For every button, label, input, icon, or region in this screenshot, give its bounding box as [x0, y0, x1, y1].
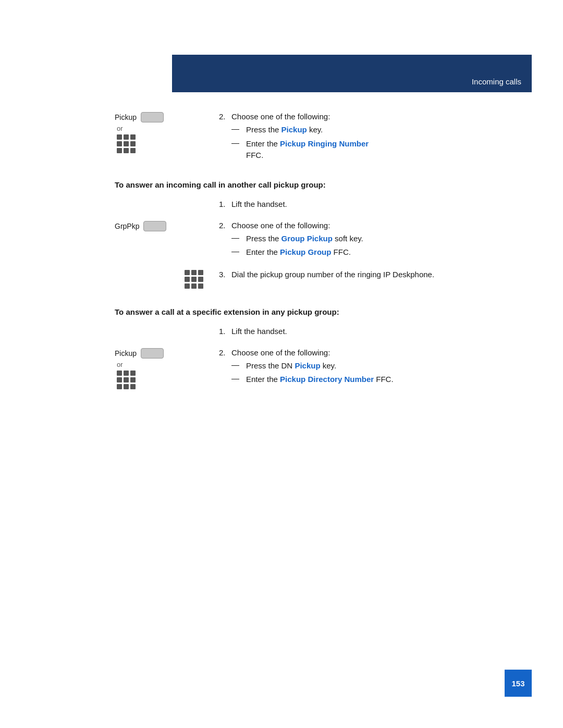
- top-right-text: 2. Choose one of the following: — Press …: [219, 112, 521, 164]
- keypad-dot: [130, 371, 136, 376]
- section2-step2: Pickup or 2.: [115, 348, 521, 389]
- keypad-dot: [185, 270, 190, 275]
- s2-step2-num: 2.: [219, 348, 231, 357]
- bullet1-suffix: key.: [307, 125, 323, 134]
- section1-heading: To answer an incoming call in another ca…: [115, 180, 521, 189]
- keypad-dot: [130, 134, 136, 140]
- keypad-dot: [198, 283, 203, 289]
- s2-bullet1-highlight: Pickup: [295, 361, 320, 370]
- s1-step3-right: 3. Dial the pickup group number of the r…: [219, 270, 521, 282]
- grppkp-button[interactable]: [143, 221, 166, 231]
- s1-step1-right: 1. Lift the handset.: [219, 200, 521, 212]
- section2-heading: To answer a call at a specific extension…: [115, 307, 521, 316]
- s2-step1-right: 1. Lift the handset.: [219, 327, 521, 339]
- pickup-key-widget: Pickup: [115, 112, 219, 122]
- s1-bullet1: — Press the Group Pickup soft key.: [231, 233, 521, 245]
- keypad-grid-s2: [117, 371, 219, 389]
- s1-step2-right: 2. Choose one of the following: — Press …: [219, 221, 521, 261]
- s2-step2-left: Pickup or: [115, 348, 219, 389]
- bullet1-highlight: Pickup: [282, 125, 307, 134]
- s2-bullet2: — Enter the Pickup Directory Number FFC.: [231, 374, 521, 386]
- keypad-dot: [124, 134, 129, 140]
- s1-step1-row: 1. Lift the handset.: [219, 200, 521, 212]
- section1-step1: 1. Lift the handset.: [115, 200, 521, 212]
- s1-step3-left: [115, 270, 219, 289]
- pickup-label2: Pickup: [115, 349, 137, 357]
- keypad-dot: [185, 277, 190, 282]
- keypad-dot: [185, 283, 190, 289]
- keypad-dot: [198, 270, 203, 275]
- s2-bullet1: — Press the DN Pickup key.: [231, 360, 521, 372]
- keypad-dot: [191, 277, 197, 282]
- pickup-button[interactable]: [141, 112, 164, 122]
- page-number: 153: [505, 670, 532, 697]
- keypad-dot: [124, 384, 129, 389]
- s1-step3-row: 3. Dial the pickup group number of the r…: [219, 270, 521, 282]
- s1-bullet1-highlight: Group Pickup: [282, 234, 333, 243]
- s2-step1-row: 1. Lift the handset.: [219, 327, 521, 339]
- keypad-dot: [124, 141, 129, 146]
- keypad-dot: [124, 148, 129, 153]
- step2-main: Choose one of the following:: [231, 112, 521, 121]
- pickup-key-widget2: Pickup: [115, 348, 219, 359]
- bullet1: — Press the Pickup key.: [231, 124, 521, 136]
- keypad-dot: [117, 384, 122, 389]
- keypad-dot: [191, 283, 197, 289]
- or-label2: or: [117, 361, 219, 368]
- s2-step2-right: 2. Choose one of the following: — Press …: [219, 348, 521, 388]
- keypad-dot: [117, 134, 122, 140]
- section1-step3: 3. Dial the pickup group number of the r…: [115, 270, 521, 289]
- s1-bullet1-suffix: soft key.: [333, 234, 363, 243]
- keypad-dot: [130, 148, 136, 153]
- header-bar: Incoming calls: [172, 55, 532, 92]
- s2-step2-row: 2. Choose one of the following: — Press …: [219, 348, 521, 388]
- keypad-dot: [198, 277, 203, 282]
- keypad-dot: [124, 377, 129, 382]
- s2-bullet2-highlight: Pickup Directory Number: [280, 375, 374, 384]
- s2-step1-num: 1.: [219, 327, 231, 336]
- section-specific-extension: To answer a call at a specific extension…: [115, 307, 521, 389]
- step2-row: 2. Choose one of the following: — Press …: [219, 112, 521, 164]
- s1-step2-num: 2.: [219, 221, 231, 230]
- s1-step3-text: Dial the pickup group number of the ring…: [231, 270, 434, 279]
- grppkp-widget: GrpPkp: [115, 221, 219, 231]
- grppkp-label: GrpPkp: [115, 222, 139, 230]
- section2-step1: 1. Lift the handset.: [115, 327, 521, 339]
- bullet2: — Enter the Pickup Ringing NumberFFC.: [231, 138, 521, 162]
- bullet2-suffix: FFC.: [246, 151, 263, 159]
- pickup-label: Pickup: [115, 113, 137, 121]
- pickup-button2[interactable]: [141, 348, 164, 359]
- s1-step2-content: Choose one of the following: — Press the…: [231, 221, 521, 261]
- keypad-dot: [117, 141, 122, 146]
- keypad-grid-top: [117, 134, 219, 153]
- s2-step2-content: Choose one of the following: — Press the…: [231, 348, 521, 388]
- header-title: Incoming calls: [472, 77, 521, 86]
- keypad-grid-step3: [185, 270, 203, 289]
- top-left-widget: Pickup or: [115, 112, 219, 153]
- s1-bullet2-highlight: Pickup Group: [280, 248, 331, 256]
- s1-bullet2-suffix: FFC.: [331, 248, 351, 256]
- s1-step2-left: GrpPkp: [115, 221, 219, 231]
- section1-step2: GrpPkp 2. Choose one of the following: —…: [115, 221, 521, 261]
- keypad-dot: [124, 371, 129, 376]
- keypad-dot: [130, 141, 136, 146]
- s1-step3-num: 3.: [219, 270, 231, 279]
- keypad-dot: [130, 377, 136, 382]
- top-pickup-block: Pickup or 2. Choose one of the fol: [115, 112, 521, 164]
- s1-step2-row: 2. Choose one of the following: — Press …: [219, 221, 521, 261]
- s1-step2-main: Choose one of the following:: [231, 221, 521, 230]
- keypad-dot: [191, 270, 197, 275]
- s2-bullet2-suffix: FFC.: [376, 375, 393, 384]
- keypad-dot: [117, 371, 122, 376]
- step2-content: Choose one of the following: — Press the…: [231, 112, 521, 164]
- s2-step2-main: Choose one of the following:: [231, 348, 521, 357]
- s1-bullet2: — Enter the Pickup Group FFC.: [231, 246, 521, 258]
- section-pickup-group: To answer an incoming call in another ca…: [115, 180, 521, 289]
- s2-step1-text: Lift the handset.: [231, 327, 287, 336]
- keypad-dot: [130, 384, 136, 389]
- bullet2-highlight: Pickup Ringing Number: [280, 139, 369, 148]
- keypad-dot: [117, 148, 122, 153]
- keypad-dot: [117, 377, 122, 382]
- main-content: Pickup or 2. Choose one of the fol: [115, 112, 521, 408]
- s2-bullet1-suffix: key.: [321, 361, 337, 370]
